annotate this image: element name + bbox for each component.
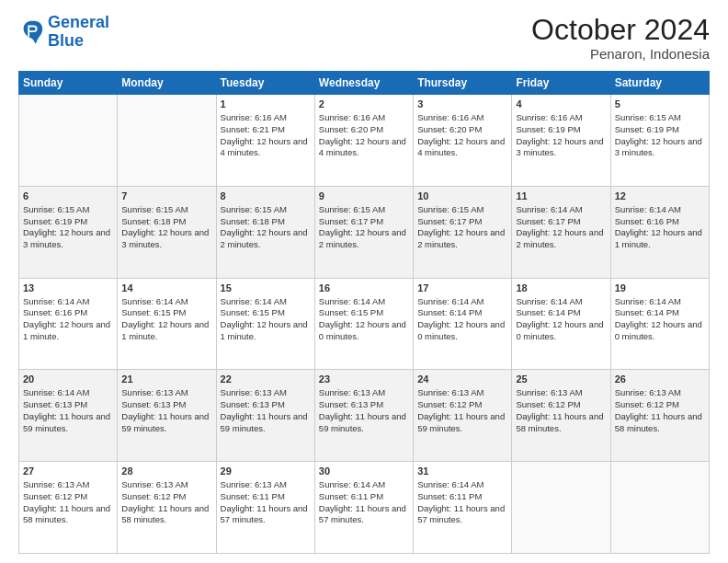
calendar-cell [118, 95, 216, 187]
daylight-text: Daylight: 12 hours and 0 minutes. [615, 319, 702, 341]
calendar-cell: 31Sunrise: 6:14 AMSunset: 6:11 PMDayligh… [414, 462, 512, 554]
sunset-text: Sunset: 6:17 PM [417, 216, 482, 226]
sunset-text: Sunset: 6:20 PM [417, 124, 482, 134]
calendar-cell: 29Sunrise: 6:13 AMSunset: 6:11 PMDayligh… [216, 462, 314, 554]
logo-text: General Blue [48, 14, 109, 51]
header-wednesday: Wednesday [314, 72, 413, 95]
day-number: 26 [615, 373, 705, 386]
calendar-cell: 9Sunrise: 6:15 AMSunset: 6:17 PMDaylight… [314, 186, 413, 278]
sunrise-text: Sunrise: 6:16 AM [319, 112, 385, 122]
daylight-text: Daylight: 12 hours and 1 minute. [121, 319, 209, 341]
calendar-cell: 8Sunrise: 6:15 AMSunset: 6:18 PMDaylight… [216, 186, 314, 278]
header-monday: Monday [118, 72, 216, 95]
day-number: 1 [221, 98, 311, 111]
day-number: 30 [319, 465, 409, 478]
sunset-text: Sunset: 6:11 PM [417, 491, 482, 501]
calendar-cell: 21Sunrise: 6:13 AMSunset: 6:13 PMDayligh… [118, 370, 216, 462]
day-number: 31 [417, 465, 507, 478]
sunrise-text: Sunrise: 6:14 AM [319, 479, 385, 489]
calendar-cell: 26Sunrise: 6:13 AMSunset: 6:12 PMDayligh… [610, 370, 709, 462]
calendar-cell: 28Sunrise: 6:13 AMSunset: 6:12 PMDayligh… [118, 462, 216, 554]
daylight-text: Daylight: 11 hours and 59 minutes. [319, 411, 406, 433]
calendar-cell: 4Sunrise: 6:16 AMSunset: 6:19 PMDaylight… [512, 95, 610, 187]
calendar-week-row-5: 27Sunrise: 6:13 AMSunset: 6:12 PMDayligh… [19, 462, 710, 554]
sunset-text: Sunset: 6:19 PM [516, 124, 580, 134]
calendar-week-row-3: 13Sunrise: 6:14 AMSunset: 6:16 PMDayligh… [19, 278, 710, 370]
daylight-text: Daylight: 11 hours and 58 minutes. [516, 411, 603, 433]
day-number: 19 [615, 282, 705, 295]
sunrise-text: Sunrise: 6:16 AM [516, 112, 582, 122]
calendar-header-row: Sunday Monday Tuesday Wednesday Thursday… [19, 72, 710, 95]
sunrise-text: Sunrise: 6:13 AM [516, 387, 582, 397]
sunrise-text: Sunrise: 6:13 AM [121, 387, 188, 397]
sunrise-text: Sunrise: 6:13 AM [23, 479, 89, 489]
sunset-text: Sunset: 6:18 PM [221, 216, 285, 226]
day-number: 7 [121, 190, 211, 203]
sunrise-text: Sunrise: 6:15 AM [615, 112, 681, 122]
daylight-text: Daylight: 11 hours and 59 minutes. [23, 411, 110, 433]
sunrise-text: Sunrise: 6:15 AM [121, 204, 188, 214]
sunset-text: Sunset: 6:14 PM [417, 307, 482, 317]
sunset-text: Sunset: 6:13 PM [319, 399, 383, 409]
daylight-text: Daylight: 12 hours and 2 minutes. [221, 227, 308, 249]
sunset-text: Sunset: 6:14 PM [516, 307, 580, 317]
month-title: October 2024 [531, 14, 710, 46]
sunset-text: Sunset: 6:20 PM [319, 124, 383, 134]
logo-icon [18, 19, 44, 45]
sunset-text: Sunset: 6:12 PM [121, 491, 186, 501]
logo: General Blue [18, 14, 109, 51]
sunset-text: Sunset: 6:17 PM [319, 216, 383, 226]
day-number: 5 [615, 98, 705, 111]
sunset-text: Sunset: 6:13 PM [221, 399, 285, 409]
day-number: 17 [417, 282, 507, 295]
sunset-text: Sunset: 6:13 PM [23, 399, 87, 409]
calendar-cell: 27Sunrise: 6:13 AMSunset: 6:12 PMDayligh… [19, 462, 118, 554]
header-sunday: Sunday [19, 72, 118, 95]
day-number: 18 [516, 282, 606, 295]
sunset-text: Sunset: 6:21 PM [221, 124, 285, 134]
day-number: 14 [121, 282, 211, 295]
sunrise-text: Sunrise: 6:13 AM [319, 387, 385, 397]
day-number: 12 [615, 190, 705, 203]
calendar-cell: 7Sunrise: 6:15 AMSunset: 6:18 PMDaylight… [118, 186, 216, 278]
daylight-text: Daylight: 12 hours and 4 minutes. [319, 136, 406, 158]
logo-line2: Blue [48, 31, 84, 50]
header-friday: Friday [512, 72, 610, 95]
sunrise-text: Sunrise: 6:14 AM [221, 296, 287, 306]
sunrise-text: Sunrise: 6:14 AM [417, 296, 483, 306]
daylight-text: Daylight: 12 hours and 4 minutes. [221, 136, 308, 158]
sunrise-text: Sunrise: 6:14 AM [121, 296, 188, 306]
calendar-cell: 11Sunrise: 6:14 AMSunset: 6:17 PMDayligh… [512, 186, 610, 278]
daylight-text: Daylight: 12 hours and 3 minutes. [615, 136, 702, 158]
calendar: Sunday Monday Tuesday Wednesday Thursday… [18, 71, 710, 554]
day-number: 3 [417, 98, 507, 111]
day-number: 8 [221, 190, 311, 203]
sunrise-text: Sunrise: 6:14 AM [615, 296, 681, 306]
sunrise-text: Sunrise: 6:14 AM [319, 296, 385, 306]
daylight-text: Daylight: 11 hours and 57 minutes. [319, 503, 406, 525]
daylight-text: Daylight: 12 hours and 0 minutes. [516, 319, 603, 341]
daylight-text: Daylight: 12 hours and 2 minutes. [319, 227, 406, 249]
sunrise-text: Sunrise: 6:14 AM [615, 204, 681, 214]
day-number: 24 [417, 373, 507, 386]
sunset-text: Sunset: 6:15 PM [221, 307, 285, 317]
calendar-cell: 10Sunrise: 6:15 AMSunset: 6:17 PMDayligh… [414, 186, 512, 278]
daylight-text: Daylight: 11 hours and 58 minutes. [121, 503, 209, 525]
calendar-cell: 2Sunrise: 6:16 AMSunset: 6:20 PMDaylight… [314, 95, 413, 187]
daylight-text: Daylight: 12 hours and 3 minutes. [23, 227, 110, 249]
sunrise-text: Sunrise: 6:13 AM [121, 479, 188, 489]
sunrise-text: Sunrise: 6:14 AM [516, 204, 582, 214]
sunset-text: Sunset: 6:19 PM [615, 124, 679, 134]
day-number: 11 [516, 190, 606, 203]
sunrise-text: Sunrise: 6:14 AM [417, 479, 483, 489]
calendar-cell: 24Sunrise: 6:13 AMSunset: 6:12 PMDayligh… [414, 370, 512, 462]
sunset-text: Sunset: 6:12 PM [417, 399, 482, 409]
daylight-text: Daylight: 12 hours and 2 minutes. [417, 227, 505, 249]
sunset-text: Sunset: 6:19 PM [23, 216, 87, 226]
sunrise-text: Sunrise: 6:14 AM [23, 387, 89, 397]
day-number: 21 [121, 373, 211, 386]
calendar-cell [19, 95, 118, 187]
daylight-text: Daylight: 12 hours and 3 minutes. [516, 136, 603, 158]
day-number: 10 [417, 190, 507, 203]
calendar-cell: 15Sunrise: 6:14 AMSunset: 6:15 PMDayligh… [216, 278, 314, 370]
